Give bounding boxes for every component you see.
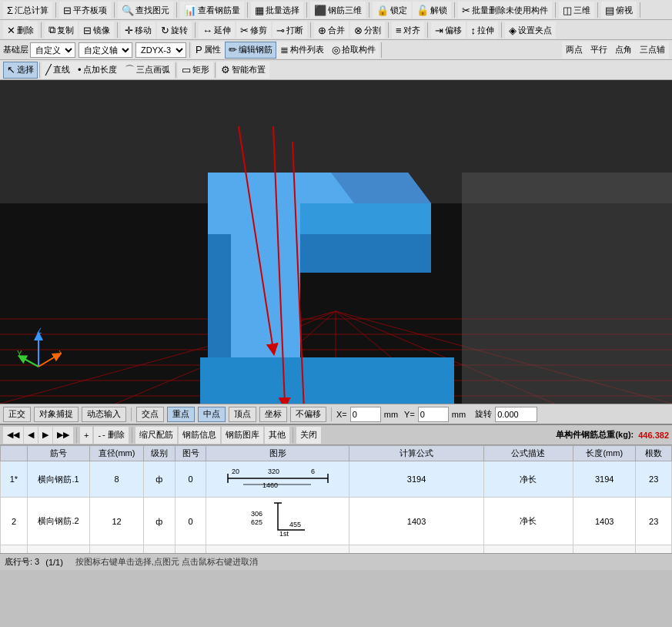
page-nav: (1/1) — [45, 558, 63, 567]
cell-figure: 306 625 1st 455 — [206, 498, 349, 545]
cell-length: 1185 — [573, 545, 636, 554]
btn-ortho[interactable]: 正交 — [3, 407, 31, 422]
col-count: 根数 — [636, 446, 672, 461]
btn-snap[interactable]: 对象捕捉 — [34, 407, 79, 422]
btn-trim[interactable]: ✂修剪 — [236, 22, 271, 39]
y-input[interactable] — [418, 407, 449, 422]
btn-delete-row[interactable]: - - 删除 — [94, 427, 128, 444]
btn-rect[interactable]: ▭矩形 — [178, 62, 213, 79]
btn-vertex[interactable]: 顶点 — [229, 407, 256, 422]
svg-text:625: 625 — [251, 518, 262, 526]
layer-select[interactable]: 自定义 — [30, 42, 75, 58]
cell-length: 1403 — [573, 498, 636, 545]
viewport[interactable]: Z X Y — [0, 80, 672, 404]
btn-stretch[interactable]: ↕拉伸 — [467, 22, 499, 39]
btn-break[interactable]: ⊸打断 — [272, 22, 307, 39]
btn-rebar-library[interactable]: 钢筋图库 — [222, 427, 263, 444]
axis-select[interactable]: 自定义轴 — [79, 42, 132, 58]
btn-dynamic-input[interactable]: 动态输入 — [82, 407, 126, 422]
btn-two-point[interactable]: 两点 — [562, 42, 587, 59]
btn-align[interactable]: ≡对齐 — [392, 22, 424, 39]
btn-3d-view[interactable]: ◫三维 — [559, 2, 594, 18]
btn-offset[interactable]: ⇥偏移 — [431, 22, 466, 39]
btn-component-list[interactable]: ≣构件列表 — [276, 42, 328, 59]
rotate-input[interactable] — [495, 407, 537, 422]
btn-top-view[interactable]: ▤俯视 — [601, 2, 637, 18]
btn-rebar-info[interactable]: 钢筋信息 — [179, 427, 220, 444]
sep3 — [176, 2, 177, 18]
cell-length: 3194 — [573, 461, 636, 498]
btn-parallel[interactable]: 平行 — [587, 42, 611, 59]
svg-text:1st: 1st — [279, 530, 289, 538]
btn-view-rebar[interactable]: 📊查看钢筋量 — [180, 2, 244, 18]
btn-set-grip[interactable]: ◈设置夹点 — [505, 22, 556, 39]
btn-split[interactable]: ⊗分割 — [350, 22, 385, 39]
btn-merge[interactable]: ⊕合并 — [314, 22, 349, 39]
y-unit: mm — [452, 410, 466, 419]
btn-point-angle[interactable]: 点角 — [611, 42, 636, 59]
btn-no-offset[interactable]: 不偏移 — [290, 407, 326, 422]
btn-find-element[interactable]: 🔍查找图元 — [118, 2, 173, 18]
sep27 — [293, 428, 293, 443]
table-row[interactable]: 2 横向钢筋.2 12 ф 0 306 625 1st 455 1403 净长 … — [1, 498, 672, 545]
btn-nav-last[interactable]: ▶▶ — [53, 427, 73, 444]
cell-id: 2 — [1, 498, 28, 545]
sep9 — [597, 2, 598, 18]
btn-nav-prev[interactable]: ◀ — [24, 427, 38, 444]
layer-label: 基础层 — [3, 44, 28, 55]
cell-formula: 3194 — [349, 461, 483, 498]
sep16 — [427, 22, 428, 38]
btn-flat-board[interactable]: ⊟平齐板项 — [59, 2, 111, 18]
btn-add-row[interactable]: + — [80, 427, 92, 444]
btn-copy[interactable]: ⧉复制 — [45, 22, 78, 39]
btn-arc-three[interactable]: ⌒三点画弧 — [121, 62, 174, 79]
btn-batch-select[interactable]: ▦批量选择 — [251, 2, 303, 18]
col-fig: 图形 — [206, 446, 349, 461]
btn-lock[interactable]: 🔒锁定 — [373, 2, 411, 18]
btn-pick-component[interactable]: ◎拾取构件 — [328, 42, 379, 59]
btn-coordinates[interactable]: 坐标 — [259, 407, 287, 422]
svg-text:455: 455 — [289, 521, 301, 528]
btn-three-point-aux[interactable]: 三点辅 — [636, 42, 669, 59]
btn-move[interactable]: ✛移动 — [121, 22, 155, 39]
btn-point-length[interactable]: •点加长度 — [74, 62, 121, 79]
btn-rotate[interactable]: ↻旋转 — [157, 22, 192, 39]
btn-extend[interactable]: ↔延伸 — [199, 22, 235, 39]
btn-close-panel[interactable]: 关闭 — [296, 427, 321, 444]
table-row[interactable]: 3 横向钢筋.3 10 ф 中 101 63 6.25*d+1060+6.25*… — [1, 545, 672, 554]
btn-delete[interactable]: ✕删除 — [3, 22, 38, 39]
sep11 — [41, 22, 42, 38]
panel-statusbar: 底行号: 3 (1/1) 按图标右键单击选择,点图元 点击鼠标右键进取消 — [0, 553, 672, 570]
cell-id: 3 — [1, 545, 28, 554]
btn-edit-rebar[interactable]: ✏编辑钢筋 — [225, 42, 276, 59]
btn-mirror[interactable]: ⊟镜像 — [79, 22, 114, 39]
btn-line[interactable]: ╱直线 — [42, 62, 74, 79]
btn-center-point[interactable]: 中点 — [198, 407, 226, 422]
btn-unlock[interactable]: 🔓解锁 — [413, 2, 451, 18]
btn-property[interactable]: P属性 — [192, 42, 225, 59]
btn-select[interactable]: ↖选择 — [3, 62, 38, 79]
btn-nav-first[interactable]: ◀◀ — [3, 427, 23, 444]
sep18 — [189, 42, 190, 58]
svg-line-31 — [38, 355, 58, 367]
btn-summary-calc[interactable]: Σ汇总计算 — [3, 2, 52, 18]
btn-batch-delete[interactable]: ✂批量删除未使用构件 — [458, 2, 552, 18]
cell-desc: 弯钩+净长+弯钩 — [483, 545, 573, 554]
x-label: X= — [336, 410, 347, 419]
btn-rebar-3d[interactable]: ⬛钢筋三维 — [310, 2, 366, 18]
sep7 — [454, 2, 455, 18]
zone-select[interactable]: ZDYX-3 — [135, 42, 186, 58]
summary-icon: Σ — [7, 5, 13, 16]
btn-nav-next[interactable]: ▶ — [38, 427, 52, 444]
cell-desc: 净长 — [483, 498, 573, 545]
svg-text:306: 306 — [251, 510, 262, 518]
btn-intersection[interactable]: 交点 — [136, 407, 164, 422]
col-name: 筋号 — [27, 446, 89, 461]
btn-midpoint-key[interactable]: 重点 — [167, 407, 195, 422]
btn-smart-layout[interactable]: ⚙智能布置 — [217, 62, 269, 79]
btn-fit-rebar[interactable]: 缩尺配筋 — [135, 427, 177, 444]
table-row[interactable]: 1* 横向钢筋.1 8 ф 0 20 320 6 1460 3194 净长 31… — [1, 461, 672, 498]
x-input[interactable] — [350, 407, 381, 422]
btn-other[interactable]: 其他 — [265, 427, 289, 444]
toolbar-row3: 基础层 自定义 自定义轴 ZDYX-3 P属性 ✏编辑钢筋 ≣构件列表 ◎拾取构… — [0, 40, 672, 60]
